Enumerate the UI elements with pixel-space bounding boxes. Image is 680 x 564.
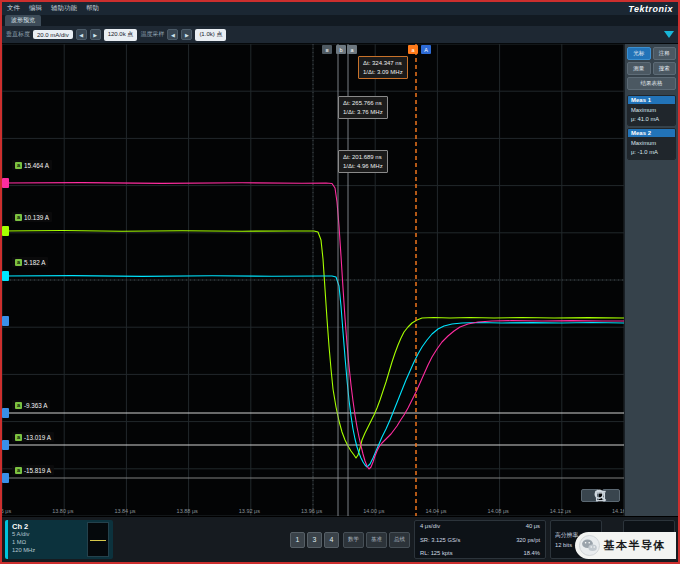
meas-panel-body: Maximumμ: -1.0 mA (628, 137, 675, 158)
cursor-a-chip: a (15, 434, 22, 441)
meas-panel[interactable]: Meas 1Maximumμ: 41.0 mA (627, 95, 676, 126)
add-button[interactable]: 数学 (343, 532, 364, 548)
time-tick-label: 14.16 μs (612, 508, 624, 514)
sidebar-button[interactable]: 结果表格 (627, 77, 676, 90)
channel-position-marker[interactable] (2, 473, 9, 483)
menu-items: 文件编辑辅助功能帮助 (7, 4, 108, 13)
meas-panel[interactable]: Meas 2Maximumμ: -1.0 mA (627, 128, 676, 159)
trash-tool-button[interactable] (602, 489, 620, 502)
plot-tools (581, 489, 620, 502)
panel-flag-icon[interactable] (664, 31, 674, 38)
channel-2-badge[interactable]: Ch 2 5 A/div 1 MΩ 120 MHz (5, 520, 113, 559)
vertical-scale-value[interactable]: 20.0 mA/div (33, 30, 73, 39)
channel-position-marker[interactable] (2, 316, 9, 326)
cursor-level-readout: a5.182 A (12, 257, 48, 267)
cursor-handle-a[interactable]: a (408, 45, 418, 54)
time-tick-label: 14.00 μs (363, 508, 384, 514)
cursor-a-chip: a (15, 467, 22, 474)
watermark: 基本半导体 (575, 532, 677, 559)
graticule-svg (2, 44, 624, 516)
time-tick-label: 14.08 μs (488, 508, 509, 514)
time-tick-label: 13.76 μs (2, 508, 11, 514)
channel-waveform-thumbnail (87, 522, 109, 557)
sample-increment-button[interactable]: ▶ (181, 29, 192, 40)
time-tick-label: 14.12 μs (550, 508, 571, 514)
menu-bar: 文件编辑辅助功能帮助 Tektronix (2, 2, 678, 15)
horizontal-settings-badge[interactable]: 4 μs/div40 μsSR: 3.125 GS/s320 ps/ptRL: … (414, 520, 546, 559)
time-tick-label: 13.88 μs (177, 508, 198, 514)
add-button[interactable]: 总线 (389, 532, 410, 548)
sidebar-button[interactable]: 测量 (627, 62, 651, 75)
control-toolbar: 垂直标度 20.0 mA/div ◀ ▶ 120.0k 点 温度采样 ◀ ▶ (… (2, 26, 678, 44)
right-sidebar: 光标注释测量搜索结果表格 Meas 1Maximumμ: 41.0 mAMeas… (624, 44, 678, 516)
record-length-value[interactable]: 120.0k 点 (104, 29, 138, 41)
tab-row: 波形预览 (2, 15, 678, 26)
cursor-handle-a[interactable]: a (347, 45, 357, 54)
waveform-display[interactable]: ≡baaA a15.464 Aa10.139 Aa5.182 Aa-9.363 … (2, 44, 624, 516)
channel-position-marker[interactable] (2, 178, 9, 188)
channel-impedance: 1 MΩ (12, 539, 35, 547)
cursor-handle-≡[interactable]: ≡ (322, 45, 332, 54)
measurement-panels: Meas 1Maximumμ: 41.0 mAMeas 2Maximumμ: -… (627, 93, 676, 160)
channel-bandwidth: 120 MHz (12, 547, 35, 555)
menu-item[interactable]: 辅助功能 (51, 4, 77, 13)
tektronix-logo: Tektronix (628, 4, 673, 14)
cursor-handle-b[interactable]: b (336, 45, 346, 54)
cursor-level-readout: a-15.819 A (12, 465, 54, 475)
channel-button-4[interactable]: 4 (324, 532, 339, 548)
channel-scale: 5 A/div (12, 531, 35, 539)
channel-button-1[interactable]: 1 (290, 532, 305, 548)
cursor-a-chip: a (15, 259, 22, 266)
channel-buttons-group: 134 (290, 520, 339, 559)
scale-increment-button[interactable]: ▶ (90, 29, 101, 40)
time-tick-label: 14.04 μs (425, 508, 446, 514)
scale-label: 垂直标度 (6, 30, 30, 39)
menu-item[interactable]: 文件 (7, 4, 20, 13)
add-button[interactable]: 基准 (366, 532, 387, 548)
cursor-level-readout: a-9.363 A (12, 400, 50, 410)
horizontal-info-row: 4 μs/div40 μs (420, 523, 540, 529)
cursor-a-chip: a (15, 214, 22, 221)
cursor-level-readout: a10.139 A (12, 212, 52, 222)
time-tick-label: 13.92 μs (239, 508, 260, 514)
add-waveform-buttons: 数学基准总线 (343, 520, 410, 559)
scale-decrement-button[interactable]: ◀ (76, 29, 87, 40)
sidebar-buttons: 光标注释测量搜索结果表格 (627, 47, 676, 90)
oscilloscope-window: 文件编辑辅助功能帮助 Tektronix 波形预览 垂直标度 20.0 mA/d… (0, 0, 680, 564)
channel-button-3[interactable]: 3 (307, 532, 322, 548)
channel-position-marker[interactable] (2, 440, 9, 450)
sidebar-button[interactable]: 搜索 (653, 62, 677, 75)
waveform-preview-tab[interactable]: 波形预览 (5, 15, 41, 26)
channel-name: Ch 2 (12, 522, 35, 531)
sample-count-value[interactable]: (1.0k) 点 (195, 29, 226, 41)
menu-item[interactable]: 帮助 (86, 4, 99, 13)
cursor-level-readout: a-13.019 A (12, 432, 54, 442)
time-tick-label: 13.80 μs (52, 508, 73, 514)
cursor-a-chip: a (15, 402, 22, 409)
cursor-level-readout: a15.464 A (12, 160, 52, 170)
sidebar-button[interactable]: 光标 (627, 47, 651, 60)
meas-panel-title: Meas 2 (628, 129, 675, 137)
time-tick-label: 13.96 μs (301, 508, 322, 514)
trash-icon (581, 489, 620, 502)
meas-panel-body: Maximumμ: 41.0 mA (628, 104, 675, 125)
meas-panel-title: Meas 1 (628, 96, 675, 104)
channel-position-marker[interactable] (2, 271, 9, 281)
channel-position-marker[interactable] (2, 226, 9, 236)
channel-position-marker[interactable] (2, 408, 9, 418)
horizontal-info-row: RL: 125 kpts18.4% (420, 550, 540, 556)
horizontal-info-row: SR: 3.125 GS/s320 ps/pt (420, 537, 540, 543)
menu-item[interactable]: 编辑 (29, 4, 42, 13)
sidebar-button[interactable]: 注释 (653, 47, 677, 60)
watermark-text: 基本半导体 (604, 538, 667, 553)
cursor-handle-A[interactable]: A (421, 45, 431, 54)
wechat-icon (579, 535, 600, 556)
main-area: ≡baaA a15.464 Aa10.139 Aa5.182 Aa-9.363 … (2, 44, 678, 516)
sample-label: 温度采样 (140, 30, 164, 39)
time-tick-label: 13.84 μs (114, 508, 135, 514)
sample-decrement-button[interactable]: ◀ (167, 29, 178, 40)
cursor-a-chip: a (15, 162, 22, 169)
